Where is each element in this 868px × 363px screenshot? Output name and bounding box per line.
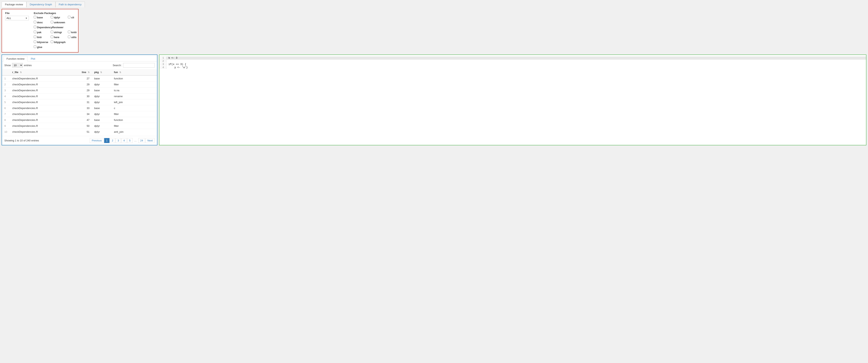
- cell-fun: rename: [112, 93, 157, 99]
- pkg-pak[interactable]: pak: [34, 31, 48, 34]
- cell-fun: filter: [112, 123, 157, 129]
- cell-fun: anti_join: [112, 129, 157, 135]
- col-header-line[interactable]: line ⇅: [78, 69, 92, 76]
- pagination: Previous 1 2 3 4 5 … 24 Next: [90, 138, 155, 143]
- cell-fun: c: [112, 105, 157, 111]
- pkg-dplyr-checkbox[interactable]: [51, 16, 53, 18]
- page-4-button[interactable]: 4: [121, 138, 127, 143]
- tab-function-review[interactable]: Function review: [4, 56, 27, 61]
- table-row: 9 checkDependencies.R 50 dplyr filter: [2, 123, 157, 129]
- code-line-2: 2: [159, 60, 866, 63]
- cell-pkg: base: [92, 117, 112, 123]
- data-table: r_file ⇅ line ⇅ pkg ⇅ fun ⇅: [2, 69, 157, 135]
- code-line-4: 4 y <- 'a'}: [159, 66, 866, 69]
- page-2-button[interactable]: 2: [110, 138, 115, 143]
- table-row: 4 checkDependencies.R 30 dplyr rename: [2, 93, 157, 99]
- pkg-pak-checkbox[interactable]: [34, 31, 36, 33]
- cell-num: 1: [2, 76, 10, 82]
- table-header-row: r_file ⇅ line ⇅ pkg ⇅ fun ⇅: [2, 69, 157, 76]
- col-header-pkg[interactable]: pkg ⇅: [92, 69, 112, 76]
- pkg-tidygraph[interactable]: tidygraph: [51, 40, 66, 44]
- col-header-num: [2, 69, 10, 76]
- col-header-rfile[interactable]: r_file ⇅: [10, 69, 78, 76]
- pkg-unknown[interactable]: unknown: [51, 21, 66, 24]
- col-header-fun[interactable]: fun ⇅: [112, 69, 157, 76]
- pkg-glue-checkbox[interactable]: [34, 46, 36, 48]
- tab-plot[interactable]: Plot: [28, 56, 38, 61]
- cell-fun: filter: [112, 111, 157, 117]
- tab-path-to-dependency[interactable]: Path to dependency: [56, 2, 85, 7]
- cell-rfile: checkDependencies.R: [10, 111, 78, 117]
- cell-num: 7: [2, 111, 10, 117]
- pkg-tidyverse-checkbox[interactable]: [34, 40, 36, 43]
- pkg-tidyverse[interactable]: tidyverse: [34, 40, 48, 44]
- file-select-wrapper: ALL ▼: [5, 16, 27, 20]
- pkg-here-checkbox[interactable]: [51, 35, 53, 38]
- table-footer: Showing 1 to 10 of 240 entries Previous …: [2, 136, 157, 145]
- cell-fun: filter: [112, 82, 157, 87]
- pkg-base-checkbox[interactable]: [34, 16, 36, 18]
- pkg-unknown-checkbox[interactable]: [51, 21, 53, 23]
- sort-icon-fun: ⇅: [119, 71, 121, 74]
- table-row: 5 checkDependencies.R 31 dplyr left_join: [2, 99, 157, 105]
- code-panel: 1 k <- 3 2 3 if(x == 3) { 4 y <- 'a'}: [159, 55, 866, 71]
- cell-rfile: checkDependencies.R: [10, 123, 78, 129]
- exclude-packages-section: Exclude Packages base dplyr cli desc unk…: [34, 12, 77, 50]
- pkg-utils-checkbox[interactable]: [68, 35, 70, 38]
- line-num-4: 4: [159, 66, 166, 69]
- table-row: 8 checkDependencies.R 47 base function: [2, 117, 157, 123]
- right-panel: 1 k <- 3 2 3 if(x == 3) { 4 y <- 'a'}: [159, 55, 866, 145]
- pkg-desc-checkbox[interactable]: [34, 21, 36, 23]
- cell-rfile: checkDependencies.R: [10, 93, 78, 99]
- file-filter-section: File ALL ▼: [5, 12, 27, 20]
- entries-label: entries: [24, 64, 32, 67]
- tab-package-review[interactable]: Package review: [2, 2, 26, 7]
- table-row: 1 checkDependencies.R 27 base function: [2, 76, 157, 82]
- pkg-base[interactable]: base: [34, 16, 48, 19]
- exclude-packages-grid: base dplyr cli desc unknown DependencyRe…: [34, 16, 77, 50]
- page-24-button[interactable]: 24: [138, 138, 145, 143]
- page-1-button[interactable]: 1: [104, 138, 110, 143]
- pkg-cli-checkbox[interactable]: [68, 16, 70, 18]
- pkg-dependencyreviewer[interactable]: DependencyReviewer: [34, 26, 77, 29]
- line-num-3: 3: [159, 63, 166, 66]
- tab-dependency-graph[interactable]: Dependency Graph: [26, 2, 56, 7]
- table-row: 3 checkDependencies.R 29 base is.na: [2, 87, 157, 93]
- prev-button[interactable]: Previous: [90, 138, 104, 143]
- cell-fun: left_join: [112, 99, 157, 105]
- code-line-1: 1 k <- 3: [159, 56, 866, 60]
- file-select[interactable]: ALL: [5, 16, 29, 20]
- pkg-here[interactable]: here: [51, 35, 66, 39]
- cell-rfile: checkDependencies.R: [10, 99, 78, 105]
- pkg-lintr-checkbox[interactable]: [34, 35, 36, 38]
- pkg-knitr[interactable]: knitr: [68, 31, 77, 34]
- pkg-desc[interactable]: desc: [34, 21, 48, 24]
- next-button[interactable]: Next: [145, 138, 155, 143]
- top-tabs: Package review Dependency Graph Path to …: [2, 2, 866, 7]
- line-num-1: 1: [159, 57, 166, 59]
- pkg-stringr[interactable]: stringr: [51, 31, 66, 34]
- table-controls: Show 10 25 50 100 entries Search:: [2, 61, 157, 69]
- entries-select[interactable]: 10 25 50 100: [12, 63, 23, 67]
- cell-pkg: dplyr: [92, 93, 112, 99]
- pkg-knitr-checkbox[interactable]: [68, 31, 70, 33]
- pkg-dependencyreviewer-row: [68, 21, 77, 24]
- cell-line: 27: [78, 76, 92, 82]
- pkg-utils[interactable]: utils: [68, 35, 77, 39]
- exclude-packages-label: Exclude Packages: [34, 12, 77, 15]
- cell-pkg: base: [92, 76, 112, 82]
- pkg-dplyr[interactable]: dplyr: [51, 16, 66, 19]
- pkg-cli[interactable]: cli: [68, 16, 77, 19]
- pkg-stringr-checkbox[interactable]: [51, 31, 53, 33]
- cell-pkg: dplyr: [92, 123, 112, 129]
- cell-num: 5: [2, 99, 10, 105]
- search-input[interactable]: [123, 63, 155, 67]
- search-area: Search:: [113, 63, 155, 67]
- pkg-tidygraph-checkbox[interactable]: [51, 40, 53, 43]
- pkg-glue[interactable]: glue: [34, 46, 48, 49]
- page-3-button[interactable]: 3: [116, 138, 121, 143]
- pkg-depreviewer-checkbox[interactable]: [34, 26, 36, 28]
- pkg-lintr[interactable]: lintr: [34, 35, 48, 39]
- page-5-button[interactable]: 5: [127, 138, 132, 143]
- line-num-2: 2: [159, 60, 166, 63]
